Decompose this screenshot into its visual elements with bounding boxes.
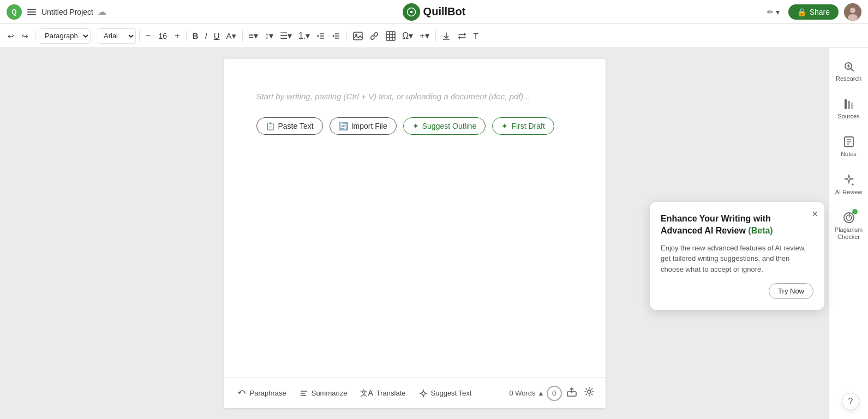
word-count: 0 Words [509, 389, 535, 397]
try-now-button[interactable]: Try Now [769, 283, 813, 299]
doc-actions: 📋 Paste Text 🔄 Import File ✦ Suggest Out… [256, 117, 573, 135]
svg-point-3 [848, 14, 858, 21]
suggest-text-label: Suggest Text [431, 389, 472, 397]
indent-increase-button[interactable] [329, 29, 343, 43]
import-file-button[interactable]: 🔄 Import File [330, 117, 397, 135]
svg-rect-10 [354, 32, 362, 40]
toolbar: ↩ ↪ Paragraph Arial − 16 + B I U A▾ ≡▾ ↕… [0, 24, 868, 48]
ai-review-label: AI Review [835, 189, 863, 196]
special-char-button[interactable]: Ω▾ [399, 28, 416, 43]
notes-label: Notes [841, 151, 857, 158]
suggest-outline-icon: ✦ [412, 122, 419, 130]
logo-text: QuillBot [423, 5, 466, 18]
redo-button[interactable]: ↪ [19, 29, 32, 43]
paste-text-button[interactable]: 📋 Paste Text [256, 117, 323, 135]
translate-icon: 文A [360, 388, 373, 398]
paraphrase-icon [238, 389, 247, 398]
suggest-outline-button[interactable]: ✦ Suggest Outline [403, 117, 486, 135]
settings-button[interactable] [582, 384, 597, 402]
replace-button[interactable] [454, 29, 470, 43]
image-button[interactable] [350, 29, 366, 43]
paraphrase-button[interactable]: Paraphrase [232, 386, 292, 401]
import-icon: 🔄 [339, 122, 348, 130]
cloud-icon: ☁ [98, 7, 106, 17]
toolbar-separator-7 [435, 31, 436, 41]
import-file-label: Import File [351, 122, 387, 130]
sources-label: Sources [837, 113, 859, 120]
toolbar-separator-1 [35, 31, 35, 41]
sidebar-item-plagiarism[interactable]: PlagiarismChecker [829, 205, 868, 247]
plagiarism-icon [842, 211, 855, 224]
svg-rect-31 [851, 103, 853, 109]
suggest-text-icon [419, 389, 428, 398]
font-size-decrease[interactable]: − [143, 29, 153, 43]
sidebar-item-ai-review[interactable]: AI Review [829, 167, 868, 202]
toolbar-separator-5 [242, 31, 243, 41]
edit-button[interactable]: ✏ ▾ [764, 5, 783, 19]
table-button[interactable] [383, 29, 398, 43]
first-draft-button[interactable]: ✦ First Draft [492, 117, 554, 135]
translate-button[interactable]: 文A Translate [355, 385, 411, 402]
toolbar-separator-4 [186, 31, 187, 41]
bullets-button[interactable]: ☰▾ [277, 28, 295, 43]
underline-button[interactable]: U [211, 29, 223, 43]
paste-icon: 📋 [266, 122, 275, 130]
italic-button[interactable]: I [202, 29, 210, 43]
share-button[interactable]: 🔒 Share [788, 4, 839, 20]
ai-review-popup: × Enhance Your Writing with Advanced AI … [650, 202, 824, 310]
quillbot-logo: QuillBot [403, 3, 466, 21]
svg-point-2 [850, 8, 855, 13]
svg-line-26 [851, 69, 853, 71]
lock-icon: 🔒 [797, 8, 806, 16]
align-button[interactable]: ≡▾ [246, 28, 261, 43]
sidebar-item-sources[interactable]: Sources [829, 91, 868, 127]
font-size-increase[interactable]: + [172, 29, 182, 43]
sidebar-item-notes[interactable]: Notes [829, 129, 868, 164]
format-button[interactable]: T [471, 29, 481, 43]
suggest-text-button[interactable]: Suggest Text [414, 386, 477, 401]
word-count-toggle[interactable]: ▲ [538, 390, 544, 397]
popup-title-plain: Enhance Your Writing with [661, 214, 771, 223]
indent-decrease-button[interactable] [314, 29, 328, 43]
numbering-button[interactable]: 1.▾ [296, 28, 313, 43]
bold-button[interactable]: B [190, 29, 201, 43]
header: Q Untitled Project ☁ QuillBot ✏ ▾ 🔒 Shar… [0, 0, 868, 24]
summarize-icon [300, 389, 308, 398]
svg-rect-30 [848, 101, 850, 109]
popup-close-button[interactable]: × [812, 208, 818, 220]
insert-button[interactable]: +▾ [417, 28, 432, 43]
suggest-outline-label: Suggest Outline [422, 122, 477, 130]
document[interactable]: Start by writing, pasting (Ctrl + V) tex… [224, 59, 606, 408]
edit-icon: ✏ [767, 8, 774, 16]
svg-point-24 [588, 390, 591, 393]
right-sidebar: Research Sources Notes AI Review [829, 48, 868, 419]
summarize-button[interactable]: Summarize [294, 386, 353, 401]
sidebar-item-research[interactable]: Research [829, 53, 868, 89]
menu-icon[interactable] [26, 7, 37, 17]
first-draft-icon: ✦ [501, 122, 508, 130]
header-left: Q Untitled Project ☁ [7, 4, 106, 20]
translate-label: Translate [376, 389, 406, 397]
user-avatar[interactable] [844, 3, 861, 21]
line-spacing-button[interactable]: ↕▾ [262, 28, 276, 43]
paste-text-label: Paste Text [278, 122, 314, 130]
undo-button[interactable]: ↩ [4, 29, 17, 43]
font-select[interactable]: Arial [98, 28, 136, 44]
editor-placeholder: Start by writing, pasting (Ctrl + V) tex… [256, 92, 573, 101]
first-draft-label: First Draft [511, 122, 544, 130]
project-title[interactable]: Untitled Project [41, 8, 93, 16]
bottom-bar: Paraphrase Summarize 文A Translate Sugges… [224, 378, 606, 408]
svg-rect-29 [845, 99, 847, 109]
notes-icon [842, 135, 855, 148]
download-button[interactable] [439, 29, 453, 43]
header-right: ✏ ▾ 🔒 Share [764, 3, 861, 21]
research-icon [842, 60, 855, 73]
share-doc-button[interactable] [564, 384, 579, 402]
paragraph-select[interactable]: Paragraph [39, 28, 91, 44]
app-avatar[interactable]: Q [7, 4, 22, 20]
link-button[interactable] [367, 29, 382, 43]
font-color-button[interactable]: A▾ [224, 29, 239, 43]
toolbar-separator-6 [346, 31, 347, 41]
paraphrase-label: Paraphrase [250, 389, 286, 397]
help-button[interactable]: ? [842, 393, 859, 410]
